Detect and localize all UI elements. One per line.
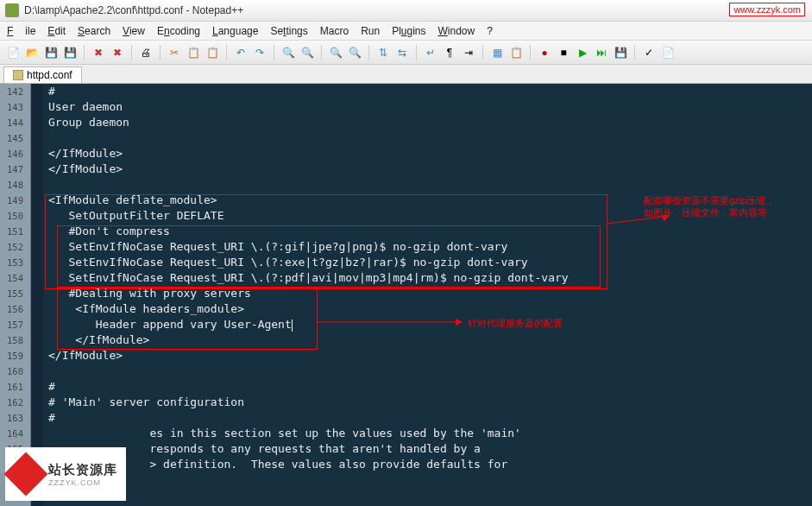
code-line[interactable]: #Dealing with proxy servers <box>48 286 251 301</box>
code-line[interactable]: </IfModule> <box>48 348 123 364</box>
code-line[interactable]: SetEnvIfNoCase Request_URI \.(?:pdf|avi|… <box>48 270 569 286</box>
menu-run[interactable]: Run <box>361 25 380 37</box>
wordwrap-icon[interactable]: ↵ <box>423 45 438 60</box>
annot-text-2: 针对代理服务器的配置 <box>468 317 563 329</box>
find-icon[interactable]: 🔍 <box>280 45 296 60</box>
line-number: 145 <box>0 130 30 146</box>
indent-icon[interactable]: ⇥ <box>461 45 476 60</box>
code-line[interactable]: # 'Main' server configuration <box>48 395 244 410</box>
window-title: D:\lamp\Apache2.2\conf\httpd.conf - Note… <box>24 4 243 16</box>
zoom-in-icon[interactable]: 🔍 <box>328 45 343 60</box>
code-line[interactable]: SetEnvIfNoCase Request_URI \.(?:exe|t?gz… <box>48 255 528 270</box>
line-number: 143 <box>0 99 30 115</box>
replace-icon[interactable]: 🔍 <box>299 45 315 60</box>
func-list-icon[interactable]: 📋 <box>508 45 524 60</box>
undo-icon[interactable]: ↶ <box>233 45 249 60</box>
print-icon[interactable]: 🖨 <box>138 45 154 60</box>
save-macro-icon[interactable]: 💾 <box>613 45 628 60</box>
line-number: 162 <box>0 395 30 410</box>
new-file-icon[interactable]: 📄 <box>5 45 21 60</box>
menu-settings[interactable]: Settings <box>270 25 307 37</box>
annot-text-1: 配些哪些资源不需要gzip压缩， 如图片，压缩文件，富内容等 <box>644 194 799 218</box>
doc-map-icon[interactable]: ▦ <box>489 45 505 60</box>
cut-icon[interactable]: ✂ <box>167 45 182 60</box>
menu-window[interactable]: Window <box>438 25 475 37</box>
menu-help[interactable]: ? <box>487 25 493 37</box>
line-number: 155 <box>0 286 30 301</box>
line-number: 157 <box>0 317 30 332</box>
code-line[interactable]: es in this section set up the values use… <box>48 426 521 441</box>
line-number: 151 <box>0 224 30 239</box>
line-number: 156 <box>0 301 30 317</box>
watermark-bottom: 站长资源库 ZZZYK.COM <box>5 447 126 501</box>
code-content[interactable]: 配些哪些资源不需要gzip压缩， 如图片，压缩文件，富内容等 针对代理服务器的配… <box>43 84 812 506</box>
open-icon[interactable]: 📂 <box>24 45 40 60</box>
fold-margin <box>31 84 43 506</box>
zoom-out-icon[interactable]: 🔍 <box>347 45 362 60</box>
app-icon <box>5 3 19 17</box>
code-line[interactable]: <IfModule headers_module> <box>48 301 244 317</box>
play-icon[interactable]: ▶ <box>575 45 590 60</box>
code-line[interactable] <box>48 364 55 379</box>
tab-bar: httpd.conf <box>0 65 812 84</box>
doc-list-icon[interactable]: 📄 <box>660 45 676 60</box>
menu-plugins[interactable]: Plugins <box>392 25 425 37</box>
line-number: 159 <box>0 348 30 364</box>
code-line[interactable]: User daemon <box>48 99 123 115</box>
paste-icon[interactable]: 📋 <box>205 45 220 60</box>
close-icon[interactable]: ✖ <box>91 45 106 60</box>
svg-marker-1 <box>456 319 463 326</box>
line-gutter: 1421431441451461471481491501511521531541… <box>0 84 31 506</box>
title-bar: D:\lamp\Apache2.2\conf\httpd.conf - Note… <box>0 0 812 22</box>
wm-title: 站长资源库 <box>48 462 117 478</box>
code-line[interactable]: # <box>48 84 55 99</box>
sync-h-icon[interactable]: ⇆ <box>394 45 410 60</box>
code-line[interactable]: </IfModule> <box>48 332 149 348</box>
code-line[interactable]: SetEnvIfNoCase Request_URI \.(?:gif|jpe?… <box>48 239 507 255</box>
sync-v-icon[interactable]: ⇅ <box>375 45 391 60</box>
line-number: 152 <box>0 239 30 255</box>
watermark-top: www.zzzyk.com <box>729 3 805 16</box>
line-number: 160 <box>0 364 30 379</box>
menu-search[interactable]: Search <box>78 25 110 37</box>
code-line[interactable]: Header append vary User-Agent <box>48 317 293 332</box>
line-number: 150 <box>0 208 30 224</box>
play-multi-icon[interactable]: ⏭ <box>594 45 609 60</box>
line-number: 148 <box>0 177 30 193</box>
code-line[interactable]: # <box>48 410 55 426</box>
wm-domain: ZZZYK.COM <box>48 478 117 487</box>
stop-icon[interactable]: ■ <box>556 45 571 60</box>
line-number: 153 <box>0 255 30 270</box>
editor-area[interactable]: 1421431441451461471481491501511521531541… <box>0 84 812 506</box>
redo-icon[interactable]: ↷ <box>252 45 268 60</box>
record-icon[interactable]: ● <box>537 45 552 60</box>
code-line[interactable]: #Don't compress <box>48 224 170 239</box>
menu-macro[interactable]: Macro <box>320 25 349 37</box>
code-line[interactable]: Group daemon <box>48 115 129 130</box>
save-all-icon[interactable]: 💾 <box>62 45 78 60</box>
show-all-icon[interactable]: ¶ <box>442 45 457 60</box>
line-number: 142 <box>0 84 30 99</box>
code-line[interactable]: </IfModule> <box>48 161 123 177</box>
code-line[interactable]: <IfModule deflate_module> <box>48 193 217 208</box>
spell-icon[interactable]: ✓ <box>641 45 657 60</box>
code-line[interactable]: </IfModule> <box>48 146 123 161</box>
menu-file[interactable]: File <box>7 25 35 37</box>
save-icon[interactable]: 💾 <box>43 45 59 60</box>
toolbar: 📄 📂 💾 💾 ✖ ✖ 🖨 ✂ 📋 📋 ↶ ↷ 🔍 🔍 🔍 🔍 ⇅ ⇆ ↵ ¶ … <box>0 41 812 65</box>
line-number: 163 <box>0 410 30 426</box>
code-line[interactable] <box>48 177 55 193</box>
code-line[interactable] <box>48 130 55 146</box>
menu-view[interactable]: View <box>123 25 145 37</box>
menu-encoding[interactable]: Encoding <box>157 25 200 37</box>
menu-bar[interactable]: File Edit Search View Encoding Language … <box>0 22 812 41</box>
copy-icon[interactable]: 📋 <box>186 45 201 60</box>
tab-httpd-conf[interactable]: httpd.conf <box>3 66 82 83</box>
close-all-icon[interactable]: ✖ <box>110 45 125 60</box>
line-number: 158 <box>0 332 30 348</box>
code-line[interactable]: # <box>48 379 55 395</box>
menu-edit[interactable]: Edit <box>47 25 66 37</box>
menu-language[interactable]: Language <box>212 25 258 37</box>
line-number: 147 <box>0 161 30 177</box>
code-line[interactable]: SetOutputFilter DEFLATE <box>48 208 224 224</box>
